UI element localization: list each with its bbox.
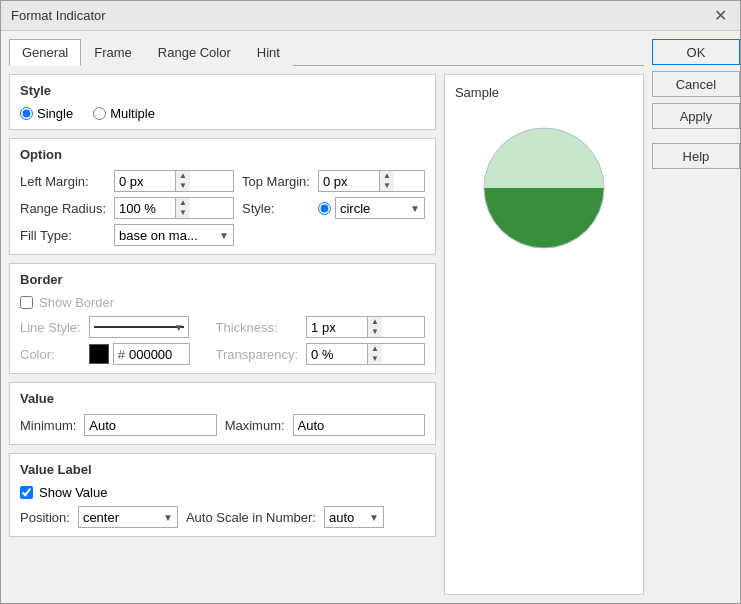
tab-bar: General Frame Range Color Hint bbox=[9, 39, 644, 66]
tab-range-color[interactable]: Range Color bbox=[145, 39, 244, 66]
style-select[interactable]: circle bar pie bbox=[340, 201, 420, 216]
style-section: Style Single Multiple bbox=[9, 74, 436, 130]
left-margin-input[interactable] bbox=[115, 171, 175, 191]
show-value-row: Show Value bbox=[20, 485, 425, 500]
transparency-arrows: ▲ ▼ bbox=[367, 344, 382, 364]
minimum-input[interactable] bbox=[84, 414, 216, 436]
option-grid: Left Margin: ▲ ▼ Top Margin: bbox=[20, 170, 425, 246]
line-style-select[interactable]: ▼ bbox=[89, 316, 189, 338]
hash-sign: # bbox=[114, 347, 129, 362]
apply-button[interactable]: Apply bbox=[652, 103, 740, 129]
style-section-title: Style bbox=[20, 83, 425, 98]
tab-frame[interactable]: Frame bbox=[81, 39, 145, 66]
value-section-title: Value bbox=[20, 391, 425, 406]
sample-label: Sample bbox=[455, 85, 499, 100]
left-panel: General Frame Range Color Hint S bbox=[9, 39, 644, 595]
show-border-label: Show Border bbox=[39, 295, 114, 310]
transparency-spinner[interactable]: ▲ ▼ bbox=[306, 343, 425, 365]
border-section-title: Border bbox=[20, 272, 425, 287]
thickness-arrows: ▲ ▼ bbox=[367, 317, 382, 337]
transparency-down[interactable]: ▼ bbox=[368, 354, 382, 364]
maximum-input[interactable] bbox=[293, 414, 425, 436]
thickness-down[interactable]: ▼ bbox=[368, 327, 382, 337]
top-margin-down[interactable]: ▼ bbox=[380, 181, 394, 191]
range-radius-down[interactable]: ▼ bbox=[176, 208, 190, 218]
color-swatch[interactable] bbox=[89, 344, 109, 364]
value-grid: Minimum: Maximum: bbox=[20, 414, 425, 436]
sample-circle-fill bbox=[484, 188, 604, 248]
single-radio-label: Single bbox=[37, 106, 73, 121]
range-radius-spinner[interactable]: ▲ ▼ bbox=[114, 197, 234, 219]
left-margin-down[interactable]: ▼ bbox=[176, 181, 190, 191]
top-margin-input[interactable] bbox=[319, 171, 379, 191]
range-radius-input[interactable] bbox=[115, 198, 175, 218]
dialog-title: Format Indicator bbox=[11, 8, 106, 23]
top-margin-spinner[interactable]: ▲ ▼ bbox=[318, 170, 425, 192]
range-radius-arrows: ▲ ▼ bbox=[175, 198, 190, 218]
cancel-button[interactable]: Cancel bbox=[652, 71, 740, 97]
minimum-label: Minimum: bbox=[20, 418, 76, 433]
position-select-box[interactable]: center top bottom left right ▼ bbox=[78, 506, 178, 528]
multiple-radio[interactable] bbox=[93, 107, 106, 120]
line-style-label: Line Style: bbox=[20, 320, 81, 335]
show-border-checkbox[interactable] bbox=[20, 296, 33, 309]
left-margin-label: Left Margin: bbox=[20, 174, 106, 189]
value-section: Value Minimum: Maximum: bbox=[9, 382, 436, 445]
main-content: Style Single Multiple bbox=[9, 74, 644, 595]
ok-button[interactable]: OK bbox=[652, 39, 740, 65]
color-label: Color: bbox=[20, 347, 81, 362]
position-row: Position: center top bottom left right ▼ bbox=[20, 506, 425, 528]
left-margin-up[interactable]: ▲ bbox=[176, 171, 190, 181]
show-value-checkbox[interactable] bbox=[20, 486, 33, 499]
multiple-radio-label: Multiple bbox=[110, 106, 155, 121]
single-radio[interactable] bbox=[20, 107, 33, 120]
border-section: Border Show Border Line Style: ▼ bbox=[9, 263, 436, 374]
value-label-section-title: Value Label bbox=[20, 462, 425, 477]
transparency-input[interactable] bbox=[307, 344, 367, 364]
title-bar: Format Indicator ✕ bbox=[1, 1, 740, 31]
fill-type-select-box[interactable]: base on ma... solid gradient ▼ bbox=[114, 224, 234, 246]
range-radius-up[interactable]: ▲ bbox=[176, 198, 190, 208]
help-button[interactable]: Help bbox=[652, 143, 740, 169]
sample-svg bbox=[474, 118, 614, 258]
border-grid: Line Style: ▼ Thickness: ▲ bbox=[20, 316, 425, 365]
position-select[interactable]: center top bottom left right bbox=[83, 510, 173, 525]
transparency-label: Transparency: bbox=[216, 347, 299, 362]
option-section-title: Option bbox=[20, 147, 425, 162]
thickness-up[interactable]: ▲ bbox=[368, 317, 382, 327]
auto-scale-label: Auto Scale in Number: bbox=[186, 510, 316, 525]
tab-general[interactable]: General bbox=[9, 39, 81, 66]
transparency-up[interactable]: ▲ bbox=[368, 344, 382, 354]
multiple-radio-option[interactable]: Multiple bbox=[93, 106, 155, 121]
fill-type-label: Fill Type: bbox=[20, 228, 106, 243]
style-row: Single Multiple bbox=[20, 106, 425, 121]
left-margin-arrows: ▲ ▼ bbox=[175, 171, 190, 191]
sample-circle bbox=[474, 118, 614, 258]
auto-scale-select[interactable]: auto 1 1K 1M bbox=[329, 510, 379, 525]
auto-scale-select-box[interactable]: auto 1 1K 1M ▼ bbox=[324, 506, 384, 528]
option-section: Option Left Margin: ▲ ▼ bbox=[9, 138, 436, 255]
color-hash-input[interactable]: # bbox=[113, 343, 190, 365]
value-label-section: Value Label Show Value Position: center … bbox=[9, 453, 436, 537]
form-panel: Style Single Multiple bbox=[9, 74, 436, 595]
close-button[interactable]: ✕ bbox=[710, 6, 730, 26]
top-margin-label: Top Margin: bbox=[242, 174, 310, 189]
style-select-row: circle bar pie ▼ bbox=[318, 197, 425, 219]
style-circle-radio[interactable] bbox=[318, 202, 331, 215]
fill-type-select[interactable]: base on ma... solid gradient bbox=[119, 228, 229, 243]
position-label: Position: bbox=[20, 510, 70, 525]
single-radio-option[interactable]: Single bbox=[20, 106, 73, 121]
color-row: # bbox=[89, 343, 208, 365]
style-dropdown-label: Style: bbox=[242, 201, 310, 216]
tab-hint[interactable]: Hint bbox=[244, 39, 293, 66]
left-margin-spinner[interactable]: ▲ ▼ bbox=[114, 170, 234, 192]
maximum-label: Maximum: bbox=[225, 418, 285, 433]
top-margin-up[interactable]: ▲ bbox=[380, 171, 394, 181]
color-hex-input[interactable] bbox=[129, 344, 189, 364]
style-select-box[interactable]: circle bar pie ▼ bbox=[335, 197, 425, 219]
thickness-spinner[interactable]: ▲ ▼ bbox=[306, 316, 425, 338]
thickness-input[interactable] bbox=[307, 317, 367, 337]
right-panel: OK Cancel Apply Help bbox=[652, 39, 740, 595]
sample-panel: Sample bbox=[444, 74, 644, 595]
range-radius-label: Range Radius: bbox=[20, 201, 106, 216]
